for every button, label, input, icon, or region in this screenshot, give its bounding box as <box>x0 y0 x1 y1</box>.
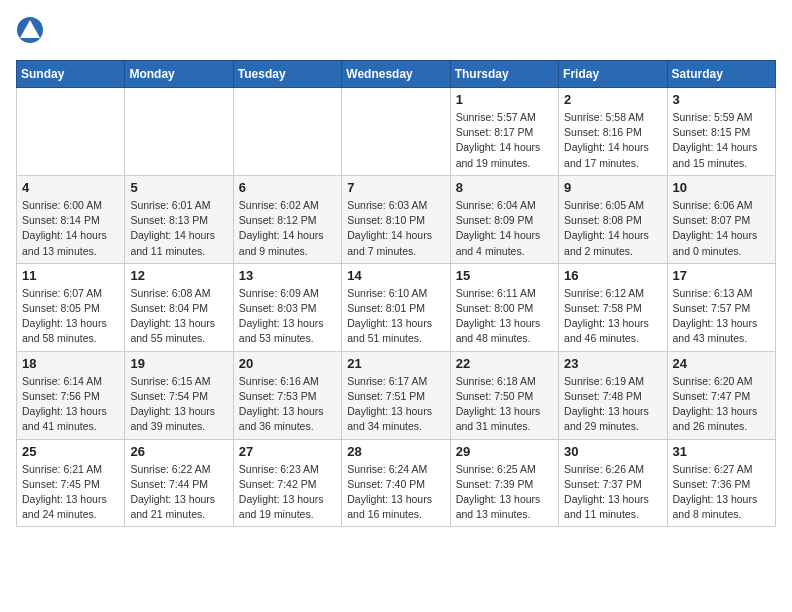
day-number: 15 <box>456 268 553 283</box>
header-monday: Monday <box>125 61 233 88</box>
header-thursday: Thursday <box>450 61 558 88</box>
day-number: 30 <box>564 444 661 459</box>
day-info: Sunrise: 5:59 AM Sunset: 8:15 PM Dayligh… <box>673 110 770 171</box>
day-number: 25 <box>22 444 119 459</box>
calendar-table: SundayMondayTuesdayWednesdayThursdayFrid… <box>16 60 776 527</box>
day-number: 8 <box>456 180 553 195</box>
day-info: Sunrise: 6:22 AM Sunset: 7:44 PM Dayligh… <box>130 462 227 523</box>
day-info: Sunrise: 6:15 AM Sunset: 7:54 PM Dayligh… <box>130 374 227 435</box>
day-info: Sunrise: 6:20 AM Sunset: 7:47 PM Dayligh… <box>673 374 770 435</box>
calendar-cell: 14Sunrise: 6:10 AM Sunset: 8:01 PM Dayli… <box>342 263 450 351</box>
calendar-cell <box>125 88 233 176</box>
day-info: Sunrise: 6:01 AM Sunset: 8:13 PM Dayligh… <box>130 198 227 259</box>
day-number: 28 <box>347 444 444 459</box>
calendar-cell <box>17 88 125 176</box>
day-info: Sunrise: 6:06 AM Sunset: 8:07 PM Dayligh… <box>673 198 770 259</box>
day-info: Sunrise: 6:21 AM Sunset: 7:45 PM Dayligh… <box>22 462 119 523</box>
calendar-cell: 27Sunrise: 6:23 AM Sunset: 7:42 PM Dayli… <box>233 439 341 527</box>
calendar-cell: 19Sunrise: 6:15 AM Sunset: 7:54 PM Dayli… <box>125 351 233 439</box>
day-info: Sunrise: 6:26 AM Sunset: 7:37 PM Dayligh… <box>564 462 661 523</box>
header-tuesday: Tuesday <box>233 61 341 88</box>
calendar-cell: 29Sunrise: 6:25 AM Sunset: 7:39 PM Dayli… <box>450 439 558 527</box>
header-sunday: Sunday <box>17 61 125 88</box>
day-info: Sunrise: 6:12 AM Sunset: 7:58 PM Dayligh… <box>564 286 661 347</box>
day-info: Sunrise: 6:19 AM Sunset: 7:48 PM Dayligh… <box>564 374 661 435</box>
day-info: Sunrise: 6:08 AM Sunset: 8:04 PM Dayligh… <box>130 286 227 347</box>
week-row-4: 18Sunrise: 6:14 AM Sunset: 7:56 PM Dayli… <box>17 351 776 439</box>
calendar-cell: 17Sunrise: 6:13 AM Sunset: 7:57 PM Dayli… <box>667 263 775 351</box>
day-number: 11 <box>22 268 119 283</box>
day-info: Sunrise: 5:58 AM Sunset: 8:16 PM Dayligh… <box>564 110 661 171</box>
calendar-cell: 23Sunrise: 6:19 AM Sunset: 7:48 PM Dayli… <box>559 351 667 439</box>
day-number: 3 <box>673 92 770 107</box>
day-number: 13 <box>239 268 336 283</box>
page-header <box>16 16 776 48</box>
day-number: 17 <box>673 268 770 283</box>
day-number: 24 <box>673 356 770 371</box>
calendar-cell: 28Sunrise: 6:24 AM Sunset: 7:40 PM Dayli… <box>342 439 450 527</box>
calendar-cell: 22Sunrise: 6:18 AM Sunset: 7:50 PM Dayli… <box>450 351 558 439</box>
day-info: Sunrise: 6:24 AM Sunset: 7:40 PM Dayligh… <box>347 462 444 523</box>
day-info: Sunrise: 6:03 AM Sunset: 8:10 PM Dayligh… <box>347 198 444 259</box>
calendar-cell: 15Sunrise: 6:11 AM Sunset: 8:00 PM Dayli… <box>450 263 558 351</box>
day-number: 7 <box>347 180 444 195</box>
day-info: Sunrise: 6:16 AM Sunset: 7:53 PM Dayligh… <box>239 374 336 435</box>
calendar-cell: 20Sunrise: 6:16 AM Sunset: 7:53 PM Dayli… <box>233 351 341 439</box>
calendar-cell: 7Sunrise: 6:03 AM Sunset: 8:10 PM Daylig… <box>342 175 450 263</box>
week-row-1: 1Sunrise: 5:57 AM Sunset: 8:17 PM Daylig… <box>17 88 776 176</box>
calendar-cell: 3Sunrise: 5:59 AM Sunset: 8:15 PM Daylig… <box>667 88 775 176</box>
day-info: Sunrise: 6:05 AM Sunset: 8:08 PM Dayligh… <box>564 198 661 259</box>
calendar-cell: 1Sunrise: 5:57 AM Sunset: 8:17 PM Daylig… <box>450 88 558 176</box>
day-number: 29 <box>456 444 553 459</box>
day-info: Sunrise: 6:10 AM Sunset: 8:01 PM Dayligh… <box>347 286 444 347</box>
day-number: 6 <box>239 180 336 195</box>
day-number: 22 <box>456 356 553 371</box>
logo-icon <box>16 16 44 48</box>
day-info: Sunrise: 6:14 AM Sunset: 7:56 PM Dayligh… <box>22 374 119 435</box>
day-number: 26 <box>130 444 227 459</box>
day-number: 10 <box>673 180 770 195</box>
day-info: Sunrise: 6:02 AM Sunset: 8:12 PM Dayligh… <box>239 198 336 259</box>
day-info: Sunrise: 6:23 AM Sunset: 7:42 PM Dayligh… <box>239 462 336 523</box>
calendar-cell: 21Sunrise: 6:17 AM Sunset: 7:51 PM Dayli… <box>342 351 450 439</box>
day-number: 23 <box>564 356 661 371</box>
day-number: 9 <box>564 180 661 195</box>
calendar-cell: 12Sunrise: 6:08 AM Sunset: 8:04 PM Dayli… <box>125 263 233 351</box>
day-number: 1 <box>456 92 553 107</box>
calendar-cell: 10Sunrise: 6:06 AM Sunset: 8:07 PM Dayli… <box>667 175 775 263</box>
calendar-cell: 30Sunrise: 6:26 AM Sunset: 7:37 PM Dayli… <box>559 439 667 527</box>
calendar-header-row: SundayMondayTuesdayWednesdayThursdayFrid… <box>17 61 776 88</box>
day-number: 16 <box>564 268 661 283</box>
day-number: 27 <box>239 444 336 459</box>
calendar-cell: 9Sunrise: 6:05 AM Sunset: 8:08 PM Daylig… <box>559 175 667 263</box>
calendar-cell: 11Sunrise: 6:07 AM Sunset: 8:05 PM Dayli… <box>17 263 125 351</box>
day-info: Sunrise: 6:13 AM Sunset: 7:57 PM Dayligh… <box>673 286 770 347</box>
calendar-cell: 5Sunrise: 6:01 AM Sunset: 8:13 PM Daylig… <box>125 175 233 263</box>
day-number: 21 <box>347 356 444 371</box>
calendar-cell <box>342 88 450 176</box>
week-row-2: 4Sunrise: 6:00 AM Sunset: 8:14 PM Daylig… <box>17 175 776 263</box>
day-number: 19 <box>130 356 227 371</box>
calendar-cell: 8Sunrise: 6:04 AM Sunset: 8:09 PM Daylig… <box>450 175 558 263</box>
logo <box>16 16 48 48</box>
calendar-cell: 6Sunrise: 6:02 AM Sunset: 8:12 PM Daylig… <box>233 175 341 263</box>
header-wednesday: Wednesday <box>342 61 450 88</box>
day-number: 20 <box>239 356 336 371</box>
day-number: 14 <box>347 268 444 283</box>
header-friday: Friday <box>559 61 667 88</box>
calendar-cell: 4Sunrise: 6:00 AM Sunset: 8:14 PM Daylig… <box>17 175 125 263</box>
calendar-cell <box>233 88 341 176</box>
day-number: 2 <box>564 92 661 107</box>
calendar-cell: 31Sunrise: 6:27 AM Sunset: 7:36 PM Dayli… <box>667 439 775 527</box>
calendar-cell: 24Sunrise: 6:20 AM Sunset: 7:47 PM Dayli… <box>667 351 775 439</box>
week-row-3: 11Sunrise: 6:07 AM Sunset: 8:05 PM Dayli… <box>17 263 776 351</box>
calendar-cell: 16Sunrise: 6:12 AM Sunset: 7:58 PM Dayli… <box>559 263 667 351</box>
day-info: Sunrise: 6:25 AM Sunset: 7:39 PM Dayligh… <box>456 462 553 523</box>
day-info: Sunrise: 6:17 AM Sunset: 7:51 PM Dayligh… <box>347 374 444 435</box>
day-number: 12 <box>130 268 227 283</box>
calendar-cell: 13Sunrise: 6:09 AM Sunset: 8:03 PM Dayli… <box>233 263 341 351</box>
day-info: Sunrise: 6:11 AM Sunset: 8:00 PM Dayligh… <box>456 286 553 347</box>
day-info: Sunrise: 6:09 AM Sunset: 8:03 PM Dayligh… <box>239 286 336 347</box>
calendar-cell: 26Sunrise: 6:22 AM Sunset: 7:44 PM Dayli… <box>125 439 233 527</box>
calendar-cell: 25Sunrise: 6:21 AM Sunset: 7:45 PM Dayli… <box>17 439 125 527</box>
